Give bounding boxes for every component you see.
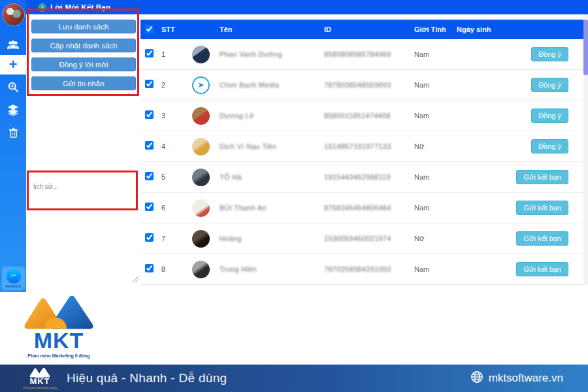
row-name: Phan Vanh Dường — [217, 50, 321, 58]
table-header-row: STT Tên ID Giới Tính Ngày sinh — [140, 20, 583, 39]
row-gender: Nữ — [412, 142, 454, 150]
avatar — [192, 230, 210, 248]
table-row: 1 Phan Vanh Dường 8580808585784969 Nam Đ… — [140, 39, 583, 70]
row-id: 8758345454806484 — [321, 204, 412, 212]
row-name: BÙI Thanh An — [217, 204, 321, 212]
row-action-button[interactable]: Đồng ý — [531, 139, 568, 154]
row-stt: 2 — [159, 81, 188, 89]
row-id: 7870258084291050 — [321, 265, 412, 273]
table-row: 8 Trung Hiền 7870258084291050 Nam Gửi kế… — [140, 254, 583, 285]
footer-logo: MKT Phần mềm Marketing 0 đồng — [25, 368, 55, 389]
history-log-textarea[interactable] — [28, 172, 138, 281]
feedback-label: feedback — [5, 284, 21, 288]
layers-icon — [7, 104, 19, 116]
zoom-in-icon — [7, 81, 19, 93]
row-gender: Nam — [412, 81, 454, 89]
branding-area: MKT Phần mềm Marketing 0 đồng — [0, 292, 588, 365]
row-gender: Nam — [412, 50, 454, 58]
table-scrollbar-thumb[interactable] — [583, 20, 588, 75]
messenger-icon — [7, 269, 21, 284]
sidebar-item-search[interactable] — [0, 78, 26, 95]
friends-icon — [7, 40, 20, 50]
globe-icon — [470, 370, 483, 387]
row-id: 1915443452998119 — [321, 173, 412, 181]
footer-logo-sub: Phần mềm Marketing 0 đồng — [23, 386, 56, 389]
row-stt: 6 — [159, 204, 188, 212]
row-stt: 1 — [159, 50, 188, 58]
footer-website[interactable]: mktsoftware.vn — [470, 370, 563, 387]
page-title: Lời Mời Kết Bạn — [50, 3, 110, 11]
row-action-button[interactable]: Đồng ý — [531, 78, 568, 92]
row-checkbox[interactable] — [145, 141, 154, 150]
col-header-name: Tên — [217, 25, 321, 33]
footer-slogan: Hiệu quả - Nhanh - Dễ dùng — [67, 371, 227, 385]
sidebar: + — [0, 0, 26, 292]
plus-icon: + — [9, 57, 18, 72]
row-id: 1530059460021974 — [321, 235, 412, 242]
row-checkbox[interactable] — [145, 110, 154, 119]
row-checkbox[interactable] — [145, 203, 154, 211]
row-checkbox[interactable] — [145, 172, 154, 180]
row-gender: Nam — [412, 112, 454, 120]
table-row: 7 Hoàng 1530059460021974 Nữ Gửi kết bạn — [140, 223, 583, 254]
row-gender: Nam — [412, 204, 454, 212]
row-action-button[interactable]: Gửi kết bạn — [516, 262, 568, 276]
row-action-button[interactable]: Đồng ý — [531, 47, 568, 61]
feedback-messenger-button[interactable]: feedback — [2, 267, 25, 290]
row-action-button[interactable]: Đồng ý — [531, 108, 568, 123]
row-name: TÔ Hà — [217, 173, 321, 181]
row-name: Hoàng — [217, 235, 321, 242]
row-id: 7878038048559693 — [321, 81, 412, 89]
top-bar: i Lời Mời Kết Bạn — [0, 0, 588, 14]
sidebar-item-add[interactable]: + — [0, 55, 26, 74]
row-id: 8580011851474408 — [321, 112, 412, 120]
update-list-button[interactable]: Cập nhật danh sách — [31, 39, 136, 52]
table-body: 1 Phan Vanh Dường 8580808585784969 Nam Đ… — [140, 39, 583, 285]
send-message-button[interactable]: Gửi tin nhắn — [31, 76, 136, 90]
friend-request-table: STT Tên ID Giới Tính Ngày sinh 1 Phan Va… — [140, 20, 583, 285]
avatar — [192, 46, 210, 63]
row-checkbox[interactable] — [145, 233, 154, 242]
row-checkbox[interactable] — [145, 80, 154, 88]
select-all-checkbox[interactable] — [145, 25, 154, 33]
row-action-button[interactable]: Gửi kết bạn — [516, 170, 568, 184]
avatar — [192, 107, 210, 125]
sidebar-item-friends[interactable] — [0, 37, 26, 54]
row-action-button[interactable]: Gửi kết bạn — [516, 201, 568, 215]
resize-grip-icon[interactable] — [132, 274, 139, 286]
table-row: 2 ➤ Chim Bach Media 7878038048559693 Nam… — [140, 70, 583, 101]
row-name: Trung Hiền — [217, 265, 321, 273]
col-header-gender: Giới Tính — [412, 25, 454, 33]
footer-logo-text: MKT — [29, 377, 50, 385]
col-header-birthday: Ngày sinh — [454, 25, 516, 33]
avatar — [192, 261, 210, 278]
row-id: 8580808585784969 — [321, 50, 412, 58]
row-stt: 8 — [159, 265, 188, 273]
save-list-button[interactable]: Lưu danh sách — [31, 20, 136, 33]
avatar — [192, 169, 210, 186]
table-row: 5 TÔ Hà 1915443452998119 Nam Gửi kết bạn — [140, 162, 583, 193]
avatar — [192, 138, 210, 155]
row-checkbox[interactable] — [145, 264, 154, 272]
row-stt: 4 — [159, 142, 188, 150]
avatar — [192, 199, 210, 217]
mkt-tagline: Phần mềm Marketing 0 đồng — [20, 353, 98, 358]
table-row: 3 Dương Lê 8580011851474408 Nam Đồng ý — [140, 101, 583, 131]
footer-website-text: mktsoftware.vn — [489, 372, 563, 385]
row-gender: Nam — [412, 173, 454, 181]
row-gender: Nữ — [412, 235, 454, 242]
row-checkbox[interactable] — [145, 49, 154, 57]
row-name: Dương Lê — [217, 112, 321, 120]
table-row: 6 BÙI Thanh An 8758345454806484 Nam Gửi … — [140, 193, 583, 223]
app-window: i Lời Mời Kết Bạn + — [0, 0, 588, 392]
user-avatar[interactable] — [3, 4, 24, 25]
table-scrollbar-track[interactable] — [583, 14, 588, 285]
row-action-button[interactable]: Gửi kết bạn — [516, 231, 568, 246]
avatar: ➤ — [192, 76, 210, 94]
sidebar-item-layers[interactable] — [0, 101, 26, 118]
row-name: Dịch Vì Nạu Tiền — [217, 142, 321, 150]
sidebar-item-delete[interactable] — [0, 124, 26, 141]
info-icon[interactable]: i — [38, 3, 46, 12]
row-stt: 7 — [159, 235, 188, 242]
accept-invites-button[interactable]: Đồng ý lời mời — [31, 57, 136, 71]
